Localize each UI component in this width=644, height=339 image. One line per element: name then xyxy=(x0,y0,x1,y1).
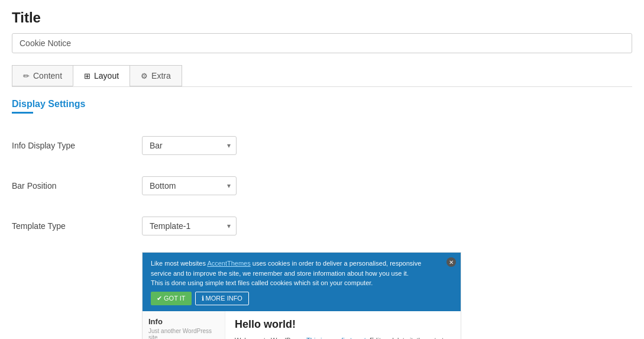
preview-sidebar-sub: Just another WordPress site xyxy=(148,328,219,340)
info-display-type-select-wrapper: Bar Popup Widget ▾ xyxy=(142,136,237,155)
page-title: Title xyxy=(12,9,632,26)
tab-layout-label: Layout xyxy=(94,71,119,80)
preview-main: Hello world! Welcome to WordPress. This … xyxy=(225,311,461,340)
pencil-icon: ✏ xyxy=(23,72,30,80)
setting-row-info-display-type: Info Display Type Bar Popup Widget ▾ xyxy=(12,125,632,166)
display-settings-title: Display Settings xyxy=(12,99,632,109)
gotit-button[interactable]: ✔ GOT IT xyxy=(151,292,192,305)
tab-content[interactable]: ✏ Content xyxy=(12,65,73,86)
page-wrapper: Title ✏ Content ⊞ Layout ⚙ Extra Display… xyxy=(0,0,644,339)
grid-icon: ⊞ xyxy=(84,72,90,80)
preview-area: Like most websites AccentThemes uses coo… xyxy=(142,252,461,339)
cookie-notice-link[interactable]: AccentThemes xyxy=(207,260,250,267)
preview-sidebar: Info Just another WordPress site xyxy=(143,311,225,340)
moreinfo-button[interactable]: ℹ MORE INFO xyxy=(195,292,249,305)
preview-content: Info Just another WordPress site Hello w… xyxy=(143,311,461,340)
template-type-control: Template-1 Template-2 Template-3 ▾ xyxy=(142,217,632,235)
preview-sidebar-title: Info xyxy=(148,317,219,326)
title-input[interactable] xyxy=(12,33,632,53)
setting-row-bar-position: Bar Position Bottom Top ▾ xyxy=(12,166,632,206)
tab-content-label: Content xyxy=(33,71,62,80)
template-type-select-wrapper: Template-1 Template-2 Template-3 ▾ xyxy=(142,217,237,235)
tab-extra-label: Extra xyxy=(151,71,171,80)
info-display-type-select[interactable]: Bar Popup Widget xyxy=(142,136,237,155)
display-settings-header: Display Settings xyxy=(12,99,632,114)
settings-grid: Info Display Type Bar Popup Widget ▾ Bar… xyxy=(12,125,632,246)
info-display-type-label: Info Display Type xyxy=(12,141,142,150)
gear-icon: ⚙ xyxy=(141,72,148,80)
cookie-notice-bar: Like most websites AccentThemes uses coo… xyxy=(143,253,461,311)
bar-position-control: Bottom Top ▾ xyxy=(142,176,632,195)
title-section: Title xyxy=(12,9,632,53)
template-type-select[interactable]: Template-1 Template-2 Template-3 xyxy=(142,217,237,235)
tab-layout[interactable]: ⊞ Layout xyxy=(73,65,130,86)
template-type-label: Template Type xyxy=(12,221,142,231)
preview-post-body: Welcome to WordPress. This is your first… xyxy=(235,335,451,340)
bar-position-select[interactable]: Bottom Top xyxy=(142,176,237,195)
tab-extra[interactable]: ⚙ Extra xyxy=(130,65,182,86)
bar-position-label: Bar Position xyxy=(12,181,142,191)
bar-position-select-wrapper: Bottom Top ▾ xyxy=(142,176,237,195)
close-icon[interactable]: ✕ xyxy=(446,257,456,267)
setting-row-template-type: Template Type Template-1 Template-2 Temp… xyxy=(12,206,632,246)
section-underline xyxy=(12,112,33,114)
preview-post-title: Hello world! xyxy=(235,318,451,331)
cookie-bar-buttons: ✔ GOT IT ℹ MORE INFO xyxy=(151,292,452,305)
info-display-type-control: Bar Popup Widget ▾ xyxy=(142,136,632,155)
preview-post-link[interactable]: This is your first post. xyxy=(306,337,368,340)
cookie-notice-text: Like most websites AccentThemes uses coo… xyxy=(151,259,422,288)
tabs-row: ✏ Content ⊞ Layout ⚙ Extra xyxy=(12,65,632,87)
